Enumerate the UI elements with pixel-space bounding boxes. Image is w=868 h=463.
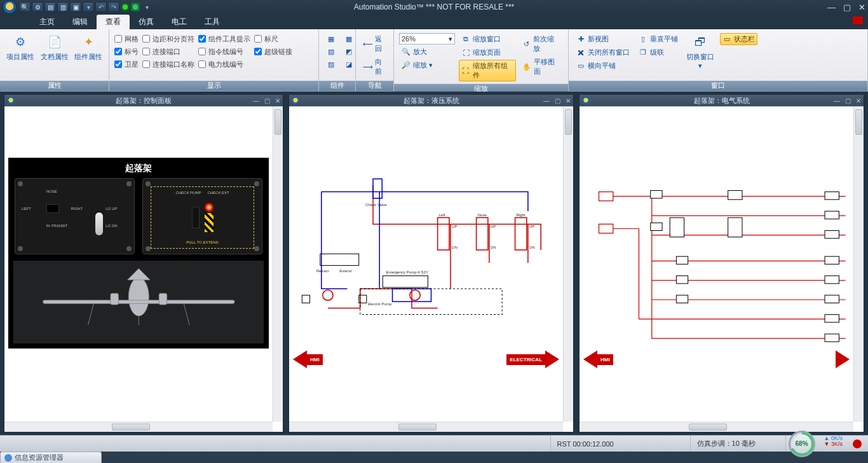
comp-btn[interactable]: ◩ [342, 46, 356, 57]
zoom-combo[interactable]: 26%▾ [399, 33, 455, 45]
notification-flag-icon[interactable] [853, 17, 863, 24]
horizontal-scrollbar[interactable] [289, 422, 563, 432]
label-checkbox[interactable]: 标号 [114, 46, 139, 57]
tab-home[interactable]: 主页 [31, 15, 64, 29]
pane-title: 起落架：液压系统 [403, 96, 459, 106]
pane-max-button[interactable]: ▢ [264, 97, 270, 104]
qat-dropdown[interactable]: ▾ [83, 2, 94, 12]
ruler-checkbox[interactable]: 标尺 [254, 33, 292, 45]
svg-line-3 [88, 303, 93, 325]
svg-rect-49 [676, 295, 688, 303]
htile-button[interactable]: ▭横向平铺 [574, 60, 632, 72]
tooltips-checkbox[interactable]: 组件工具提示 [198, 33, 250, 45]
group-label: 窗口 [569, 81, 867, 91]
tab-tools[interactable]: 工具 [196, 15, 229, 29]
tab-edit[interactable]: 编辑 [64, 15, 97, 29]
qat-redo-icon[interactable]: ↷ [108, 2, 119, 12]
minimize-button[interactable]: — [827, 3, 836, 12]
hyperlink-checkbox[interactable]: 超级链接 [254, 46, 292, 57]
nav-hmi-arrow[interactable]: HMI [583, 350, 613, 368]
doc-props-button[interactable]: 📄文档属性 [39, 32, 70, 62]
ports-checkbox[interactable]: 连接端口 [142, 46, 194, 57]
svg-rect-6 [159, 293, 166, 305]
qat-button[interactable]: ▥ [57, 2, 69, 12]
svg-rect-12 [373, 179, 382, 198]
powerline-checkbox[interactable]: 电力线编号 [198, 59, 250, 70]
project-props-button[interactable]: ⚙项目属性 [5, 32, 36, 62]
stop-icon[interactable] [131, 3, 140, 11]
nav-hmi-arrow[interactable]: HMI [293, 350, 323, 368]
vertical-scrollbar[interactable] [563, 107, 573, 422]
pane-close-button[interactable]: ✕ [275, 97, 280, 104]
pane-min-button[interactable]: — [253, 97, 259, 104]
svg-text:Check Valve: Check Valve [365, 202, 387, 207]
zoom-page-button[interactable]: ⛶缩放页面 [459, 46, 516, 59]
qat-undo-icon[interactable]: ↶ [95, 2, 107, 12]
run-icon[interactable] [121, 3, 130, 11]
qat-dropdown[interactable]: ▾ [141, 2, 153, 12]
satellite-checkbox[interactable]: 卫星 [114, 59, 139, 70]
pane-hydraulic: 起落架：液压系统 —▢✕ Che [288, 94, 574, 432]
qat-button[interactable]: 🔍 [19, 2, 31, 12]
app-logo-icon [3, 0, 17, 14]
pane-min-button[interactable]: — [543, 97, 550, 104]
qat-button[interactable]: ▤ [44, 2, 56, 12]
zoom-prev-button[interactable]: ↺前次缩放 [520, 33, 563, 55]
svg-rect-7 [438, 218, 449, 250]
ribbon: ⚙项目属性 📄文档属性 ✦组件属性 属性 网格 标号 卫星 边距和分页符 连接端… [0, 29, 868, 92]
group-label: 显示 [109, 81, 318, 91]
new-view-button[interactable]: ✚新视图 [574, 33, 632, 45]
switch[interactable] [192, 207, 200, 228]
hydraulic-schematic[interactable]: Check Valve Left Nose Right UPUPUP DNDND… [289, 106, 573, 432]
pane-close-button[interactable]: ✕ [856, 97, 861, 104]
maximize-button[interactable]: ▢ [843, 3, 851, 12]
pane-min-button[interactable]: — [834, 97, 840, 104]
nav-next-arrow[interactable] [836, 350, 850, 368]
comp-props-button[interactable]: ✦组件属性 [73, 32, 104, 62]
electrical-schematic[interactable]: HMI [580, 106, 864, 432]
nav-electrical-arrow[interactable]: ELECTRICAL [506, 350, 559, 368]
horizontal-scrollbar[interactable] [580, 422, 853, 432]
comp-btn[interactable]: ▧ [324, 46, 338, 57]
comp-btn[interactable]: ▦ [324, 33, 338, 45]
margins-checkbox[interactable]: 边距和分页符 [142, 33, 194, 45]
net-icon [853, 439, 862, 448]
tab-view[interactable]: 查看 [97, 15, 130, 29]
emergency-button[interactable] [205, 203, 214, 212]
pan-button[interactable]: ✋平移图面 [520, 56, 563, 78]
ribbon-group-components: ▦ ▧ ▨ ▩ ◩ ◪ 组件 [319, 29, 356, 91]
zoom-all-button[interactable]: ⛶缩放所有组件 [459, 60, 516, 81]
cascade-button[interactable]: ❐级联 [636, 46, 681, 59]
hmi-panel[interactable]: 起落架 NOSE LEFT RIGHT LG UP IN-TRANSIT LG [8, 158, 269, 349]
close-all-button[interactable]: 🗙关闭所有窗口 [574, 46, 632, 59]
zoom-out-button[interactable]: 🔎缩放 ▾ [399, 59, 455, 71]
switch-window-button[interactable]: 🗗切换窗口 ▾ [684, 32, 716, 70]
zoom-in-button[interactable]: 🔍放大 [399, 46, 455, 58]
cmdline-checkbox[interactable]: 指令线编号 [198, 46, 250, 57]
pane-close-button[interactable]: ✕ [566, 97, 571, 104]
close-button[interactable]: ✕ [858, 3, 865, 12]
qat-button[interactable]: ▣ [70, 2, 81, 12]
gear-lever[interactable] [95, 212, 103, 235]
pane-max-button[interactable]: ▢ [845, 97, 851, 104]
statusbar-toggle[interactable]: ▭状态栏 [720, 33, 757, 45]
vertical-scrollbar[interactable] [853, 107, 864, 422]
comp-btn[interactable]: ◪ [342, 59, 356, 70]
grid-checkbox[interactable]: 网格 [114, 33, 139, 45]
info-explorer-tab[interactable]: 信息资源管理器 [0, 452, 102, 463]
portnames-checkbox[interactable]: 连接端口名称 [142, 59, 194, 70]
tab-sim[interactable]: 仿真 [130, 15, 163, 29]
horizontal-scrollbar[interactable] [4, 422, 273, 432]
tab-elec[interactable]: 电工 [163, 15, 196, 29]
svg-text:UP: UP [452, 224, 457, 228]
svg-rect-14 [383, 276, 428, 287]
comp-btn[interactable]: ▨ [324, 59, 338, 70]
vertical-scrollbar[interactable] [273, 107, 283, 422]
comp-btn[interactable]: ▩ [342, 33, 356, 45]
svg-text:UP: UP [529, 224, 534, 228]
zoom-window-button[interactable]: ⧉缩放窗口 [459, 33, 516, 45]
vtile-button[interactable]: ▯垂直平铺 [636, 33, 681, 45]
qat-button[interactable]: ⚙ [32, 2, 43, 12]
svg-rect-36 [670, 218, 684, 237]
pane-max-button[interactable]: ▢ [555, 97, 560, 104]
